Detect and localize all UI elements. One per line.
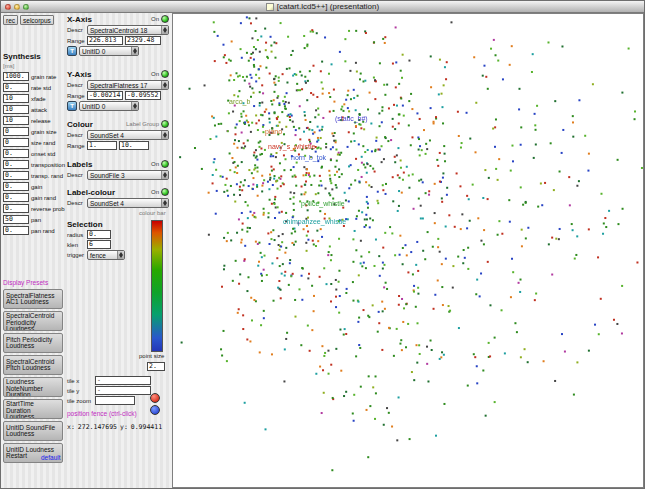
colour-range-max-box[interactable]: 10. — [119, 141, 149, 150]
display-preset-button[interactable]: SpectralCentroid Pitch Loudness — [3, 355, 63, 375]
labels-on-label: On — [151, 161, 159, 167]
display-preset-button[interactable]: UnitID SoundFile Loudness — [3, 421, 63, 441]
y-axis-toggle[interactable] — [161, 70, 169, 78]
tile-y-label: tile y — [67, 388, 93, 394]
trigger-menu[interactable]: fence — [87, 250, 125, 260]
param-label: reverse prob — [31, 206, 65, 212]
trigger-value: fence — [90, 252, 115, 259]
colour-toggle[interactable] — [161, 120, 169, 128]
param-value-box[interactable]: 10 — [3, 116, 29, 125]
selection-section: Selection radius 0. klen 6 trigger fence — [67, 219, 144, 260]
tile-y-box[interactable]: - — [95, 386, 151, 395]
param-label: size rand — [31, 140, 55, 146]
axis-panel: X-Axis On Descr SpectralCentroid 18 Rang… — [65, 13, 172, 488]
y-range-max-box[interactable]: -0.09552 — [125, 91, 161, 100]
param-value-box[interactable]: 0. — [3, 226, 29, 235]
display-preset-button[interactable]: StartTime Duration Loudness — [3, 399, 63, 419]
colour-bar — [151, 220, 163, 352]
labels-title: Labels — [67, 160, 92, 169]
default-preset-link[interactable]: default — [41, 454, 61, 461]
x-axis-section: X-Axis On Descr SpectralCentroid 18 Rang… — [67, 14, 169, 56]
x-axis-on-label: On — [151, 16, 159, 22]
colour-title: Colour — [67, 120, 93, 129]
corpus-scatter-plot[interactable]: arco_b(static_b#)pianonavy_s_whistlehorn… — [172, 13, 644, 488]
colour-descr-menu[interactable]: SoundSet 4 — [87, 130, 169, 140]
display-preset-button[interactable]: Loudness NoteNumber Duration — [3, 377, 63, 397]
x-range-min-box[interactable]: 226.813 — [87, 36, 123, 45]
menu-arrows-icon — [161, 81, 168, 89]
plot-point-label: police_whistle — [301, 200, 345, 207]
colour-bar-label: colour bar — [139, 210, 166, 216]
param-label: release — [31, 118, 51, 124]
param-value-box[interactable]: 0 — [3, 138, 29, 147]
ms-unit-label: [ms] — [3, 63, 14, 69]
x-axis-toggle[interactable] — [161, 15, 169, 23]
menu-arrows-icon — [161, 26, 168, 34]
cursor-x-value: 272.147695 — [78, 423, 117, 431]
display-preset-button[interactable]: SpectralFlatness AC1 Loudness — [3, 289, 63, 309]
param-row: 0. transp. rand — [3, 170, 63, 181]
param-value-box[interactable]: 10 — [3, 94, 29, 103]
point-size-box[interactable]: 2. — [147, 362, 165, 371]
rec-button[interactable]: rec — [3, 15, 18, 25]
y-descr-menu[interactable]: SpectralFlatness 17 — [87, 80, 169, 90]
y-unit-convert-button[interactable]: T — [67, 101, 77, 111]
param-value-box[interactable]: 0. — [3, 149, 29, 158]
bang-button-blue[interactable] — [150, 405, 160, 415]
param-label: transposition — [31, 162, 65, 168]
minimize-button[interactable] — [14, 4, 20, 10]
param-label: xfade — [31, 96, 46, 102]
colour-range-min-box[interactable]: 1. — [87, 141, 117, 150]
label-colour-toggle[interactable] — [161, 188, 169, 196]
x-descr-menu[interactable]: SpectralCentroid 18 — [87, 25, 169, 35]
window-titlebar[interactable]: [catart.lcd5++] (presentation) — [1, 1, 644, 13]
display-preset-button[interactable]: Pitch Periodicity Loudness — [3, 333, 63, 353]
x-range-max-box[interactable]: 2329.48 — [125, 36, 161, 45]
y-range-min-box[interactable]: -0.00214 — [87, 91, 123, 100]
trigger-label: trigger — [67, 252, 85, 258]
point-size-label: point size — [139, 353, 164, 359]
tile-x-box[interactable]: - — [95, 376, 151, 385]
param-value-box[interactable]: 0. — [3, 160, 29, 169]
app-window: [catart.lcd5++] (presentation) rec selco… — [0, 0, 645, 489]
x-unit-convert-button[interactable]: T — [67, 46, 77, 56]
x-axis-title: X-Axis — [67, 15, 92, 24]
bang-button-red[interactable] — [150, 393, 160, 403]
param-row: 0 size rand — [3, 137, 63, 148]
zoom-button[interactable] — [23, 4, 29, 10]
param-label: gain rand — [31, 195, 56, 201]
param-value-box[interactable]: 0. — [3, 193, 29, 202]
tile-zoom-box[interactable] — [95, 396, 135, 405]
selcorpus-button[interactable]: selcorpus — [20, 15, 54, 25]
klen-box[interactable]: 6 — [87, 240, 111, 249]
plot-annotations: arco_b(static_b#)pianonavy_s_whistlehorn… — [173, 14, 643, 487]
param-value-box[interactable]: 0. — [3, 204, 29, 213]
x-unit-value: UnitID 0 — [82, 48, 129, 55]
param-row: 10 release — [3, 115, 63, 126]
labels-descr-menu[interactable]: SoundFile 3 — [87, 170, 169, 180]
param-value-box[interactable]: 50 — [3, 215, 29, 224]
param-value-box[interactable]: 10 — [3, 105, 29, 114]
menu-arrows-icon — [161, 171, 168, 179]
param-value-box[interactable]: 1000. — [3, 72, 29, 81]
param-value-box[interactable]: 0 — [3, 127, 29, 136]
label-colour-descr-menu[interactable]: SoundSet 4 — [87, 198, 169, 208]
param-label: gain — [31, 184, 42, 190]
param-value-box[interactable]: 0. — [3, 182, 29, 191]
label-colour-on-label: On — [151, 189, 159, 195]
radius-box[interactable]: 0. — [87, 230, 111, 239]
x-unit-menu[interactable]: UnitID 0 — [79, 46, 139, 56]
labels-toggle[interactable] — [161, 160, 169, 168]
patch-icon — [266, 3, 274, 11]
display-preset-button[interactable]: SpectralCentroid Periodicity Loudness — [3, 311, 63, 331]
colour-descr-value: SoundSet 4 — [90, 132, 159, 139]
param-label: pan — [31, 217, 41, 223]
label-colour-title: Label-colour — [67, 188, 115, 197]
y-unit-menu[interactable]: UnitID 0 — [79, 101, 139, 111]
param-value-box[interactable]: 0. — [3, 171, 29, 180]
label-colour-section: Label-colour On Descr SoundSet 4 — [67, 187, 169, 208]
close-button[interactable] — [5, 4, 11, 10]
param-value-box[interactable]: 0. — [3, 83, 29, 92]
menu-arrows-icon — [161, 131, 168, 139]
position-hint: position fence (ctrl-click) — [67, 410, 137, 417]
